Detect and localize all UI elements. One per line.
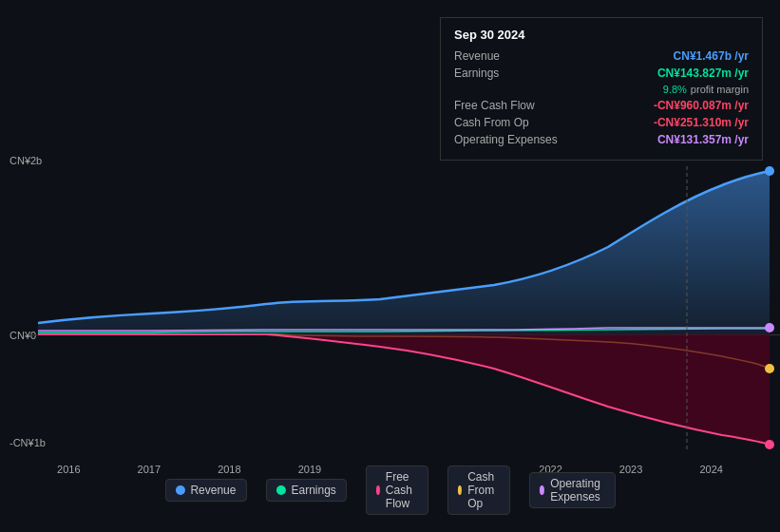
tooltip-row-revenue: Revenue CN¥1.467b /yr (454, 49, 749, 63)
legend-label-revenue: Revenue (190, 484, 236, 497)
legend-label-opex: Operating Expenses (550, 477, 604, 504)
x-label-2023: 2023 (619, 464, 642, 475)
fcf-area (266, 334, 770, 445)
legend-label-cashfromop: Cash From Op (467, 470, 500, 510)
legend-dot-revenue (175, 485, 184, 495)
tooltip-profit-margin: 9.8% profit margin (454, 84, 749, 95)
legend-label-earnings: Earnings (291, 484, 335, 497)
legend-dot-earnings (276, 485, 285, 495)
legend-dot-fcf (376, 485, 380, 495)
opex-end-dot (765, 323, 774, 332)
legend-dot-cashfromop (458, 485, 462, 495)
tooltip-row-cashfromop: Cash From Op -CN¥251.310m /yr (454, 116, 749, 129)
tooltip-box: Sep 30 2024 Revenue CN¥1.467b /yr Earnin… (440, 17, 763, 161)
revenue-end-dot (765, 166, 774, 176)
legend-item-revenue[interactable]: Revenue (164, 479, 246, 502)
tooltip-date: Sep 30 2024 (454, 28, 749, 42)
legend-label-fcf: Free Cash Flow (386, 470, 418, 510)
tooltip-row-opex: Operating Expenses CN¥131.357m /yr (454, 133, 749, 146)
tooltip-row-earnings: Earnings CN¥143.827m /yr (454, 66, 749, 80)
x-label-2017: 2017 (138, 464, 161, 475)
chart-container: Sep 30 2024 Revenue CN¥1.467b /yr Earnin… (0, 0, 780, 532)
fcf-end-dot (765, 440, 774, 449)
legend-item-opex[interactable]: Operating Expenses (529, 472, 616, 508)
cashfromop-end-dot (765, 364, 774, 373)
revenue-area (38, 171, 770, 334)
x-label-2016: 2016 (57, 464, 80, 475)
legend: Revenue Earnings Free Cash Flow Cash Fro… (164, 466, 615, 515)
legend-dot-opex (540, 485, 544, 495)
x-label-2024: 2024 (699, 464, 722, 475)
legend-item-cashfromop[interactable]: Cash From Op (447, 466, 510, 515)
legend-item-fcf[interactable]: Free Cash Flow (366, 466, 428, 515)
legend-item-earnings[interactable]: Earnings (265, 479, 346, 502)
tooltip-row-fcf: Free Cash Flow -CN¥960.087m /yr (454, 99, 749, 112)
